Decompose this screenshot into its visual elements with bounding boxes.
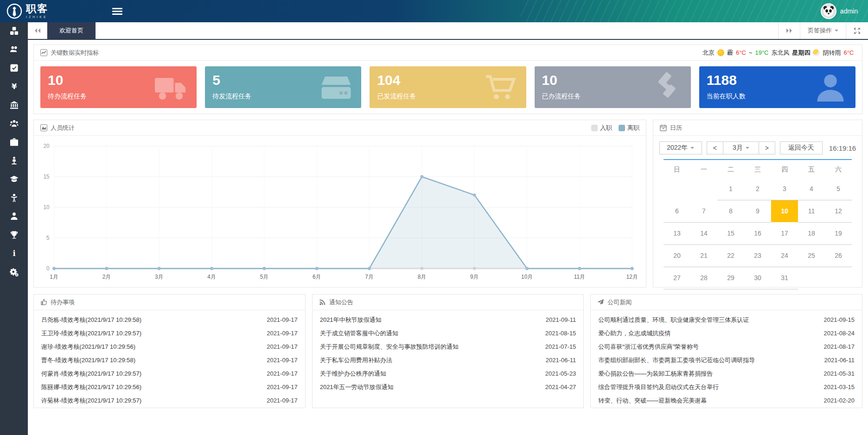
legend-item-离职[interactable]: 离职	[619, 124, 639, 132]
calendar-today-button[interactable]: 返回今天	[780, 141, 823, 154]
kpi-card-2[interactable]: 104已发流程任务	[370, 66, 526, 108]
calendar-day-29[interactable]: 29	[717, 267, 744, 289]
calendar-day-17[interactable]: 17	[771, 222, 798, 244]
calendar-prev-month-button[interactable]: <	[707, 142, 723, 154]
list-item-title[interactable]: 转变、行动、突破——迎新晚会完美谢幕	[598, 397, 712, 405]
list-item[interactable]: 关于成立销管客服中心的通知2021-08-15	[320, 326, 576, 340]
calendar-day-1[interactable]: 1	[717, 178, 744, 200]
calendar-year-select[interactable]: 2022年	[659, 141, 702, 154]
list-item-title[interactable]: 公司顺利通过质量、环境、职业健康安全管理三体系认证	[598, 316, 754, 324]
sidebar-item-yen-icon[interactable]: ¥	[0, 78, 28, 96]
list-item-title[interactable]: 王卫玲-绩效考核(2021/9/17 10:29:57)	[41, 329, 147, 338]
calendar-day-5[interactable]: 5	[825, 178, 852, 200]
calendar-day-13[interactable]: 13	[664, 222, 690, 244]
tab-home[interactable]: 欢迎首页	[47, 22, 96, 39]
sidebar-item-users-icon[interactable]	[0, 41, 28, 59]
calendar-day-20[interactable]: 20	[664, 244, 690, 267]
tab-operations-dropdown[interactable]: 页签操作	[800, 22, 846, 39]
tabs-scroll-left-button[interactable]	[28, 22, 47, 39]
list-item-title[interactable]: 爱心捐款公告——为装卸工杨家青募捐报告	[598, 370, 718, 378]
calendar-day-9[interactable]: 9	[744, 200, 771, 222]
sidebar-item-team-icon[interactable]	[0, 115, 28, 134]
list-item-title[interactable]: 关于私车公用费用补贴办法	[320, 356, 398, 365]
calendar-day-15[interactable]: 15	[717, 222, 744, 244]
list-item-title[interactable]: 吕尧栋-绩效考核(2021/9/17 10:29:58)	[41, 316, 147, 324]
calendar-day-8[interactable]: 8	[717, 200, 744, 222]
list-item[interactable]: 市委组织部副部长、市委两新工委项书记莅临公司调研指导2021-06-11	[598, 353, 855, 367]
calendar-day-22[interactable]: 22	[717, 244, 744, 267]
calendar-month-select[interactable]: 3月	[723, 142, 759, 154]
list-item[interactable]: 2021年中秋节放假通知2021-09-11	[320, 313, 576, 326]
list-item[interactable]: 2021年五一劳动节放假通知2021-04-27	[320, 380, 576, 394]
sidebar-item-graduation-cap-icon[interactable]	[0, 171, 28, 189]
list-item-title[interactable]: 许菊林-绩效考核(2021/9/17 10:29:57)	[41, 397, 147, 405]
calendar-day-26[interactable]: 26	[825, 244, 852, 267]
list-item-title[interactable]: 2021年五一劳动节放假通知	[320, 383, 399, 391]
sidebar-item-single-user-icon[interactable]	[0, 208, 28, 226]
sidebar-item-bank-icon[interactable]	[0, 96, 28, 115]
list-item-title[interactable]: 谢珍-绩效考核(2021/9/17 10:29:56)	[41, 343, 141, 351]
list-item-title[interactable]: 陈丽娜-绩效考核(2021/9/17 10:29:56)	[41, 383, 147, 391]
calendar-day-10[interactable]: 10	[771, 200, 798, 222]
user-avatar[interactable]	[821, 3, 836, 19]
calendar-day-28[interactable]: 28	[690, 267, 717, 289]
list-item-title[interactable]: 公司喜获“浙江省优秀供应商”荣誉称号	[598, 343, 704, 351]
calendar-day-27[interactable]: 27	[664, 267, 690, 289]
list-item-title[interactable]: 关于维护办公秩序的通知	[320, 370, 392, 378]
list-item[interactable]: 吕尧栋-绩效考核(2021/9/17 10:29:58)2021-09-17	[41, 313, 298, 326]
hamburger-menu-icon[interactable]	[112, 6, 122, 16]
calendar-day-25[interactable]: 25	[798, 244, 825, 267]
calendar-day-3[interactable]: 3	[771, 178, 798, 200]
list-item-title[interactable]: 关于开展公司规章制度、安全与事故预防培训的通知	[320, 343, 464, 351]
list-item[interactable]: 王卫玲-绩效考核(2021/9/17 10:29:57)2021-09-17	[41, 326, 298, 340]
calendar-day-4[interactable]: 4	[798, 178, 825, 200]
calendar-day-24[interactable]: 24	[771, 244, 798, 267]
list-item[interactable]: 公司喜获“浙江省优秀供应商”荣誉称号2021-08-17	[598, 340, 855, 353]
legend-item-入职[interactable]: 入职	[591, 124, 612, 132]
list-item[interactable]: 关于开展公司规章制度、安全与事故预防培训的通知2021-07-15	[320, 340, 576, 353]
calendar-day-16[interactable]: 16	[744, 222, 771, 244]
calendar-day-31[interactable]: 31	[771, 267, 798, 289]
calendar-day-6[interactable]: 6	[664, 200, 690, 222]
calendar-day-12[interactable]: 12	[825, 200, 852, 222]
sidebar-item-info-icon[interactable]: i	[0, 245, 28, 263]
sidebar-item-check-square-icon[interactable]	[0, 59, 28, 78]
sidebar-item-person-icon[interactable]	[0, 189, 28, 208]
list-item[interactable]: 公司顺利通过质量、环境、职业健康安全管理三体系认证2021-09-15	[598, 313, 855, 326]
list-item[interactable]: 陈丽娜-绩效考核(2021/9/17 10:29:56)2021-09-17	[41, 380, 298, 394]
sidebar-item-trophy-icon[interactable]	[0, 226, 28, 245]
sidebar-item-speaker-icon[interactable]	[0, 152, 28, 171]
calendar-day-2[interactable]: 2	[744, 178, 771, 200]
calendar-day-11[interactable]: 11	[798, 200, 825, 222]
username-label[interactable]: admin	[840, 7, 858, 15]
calendar-day-14[interactable]: 14	[690, 222, 717, 244]
calendar-day-18[interactable]: 18	[798, 222, 825, 244]
list-item-title[interactable]: 市委组织部副部长、市委两新工委项书记莅临公司调研指导	[598, 356, 760, 365]
kpi-card-3[interactable]: 10已办流程任务	[535, 66, 691, 108]
list-item[interactable]: 综合管理提升项目签约及启动仪式在天台举行2021-03-15	[598, 380, 855, 394]
calendar-day-7[interactable]: 7	[690, 200, 717, 222]
list-item[interactable]: 爱心助力，众志成城抗疫情2021-08-24	[598, 326, 855, 340]
kpi-card-0[interactable]: 10待办流程任务	[40, 66, 197, 108]
list-item[interactable]: 曹冬-绩效考核(2021/9/17 10:29:58)2021-09-17	[41, 353, 298, 367]
sidebar-item-gears-icon[interactable]	[0, 263, 28, 282]
sidebar-item-cubes-icon[interactable]	[0, 22, 28, 41]
list-item-title[interactable]: 爱心助力，众志成城抗疫情	[598, 329, 676, 338]
list-item[interactable]: 谢珍-绩效考核(2021/9/17 10:29:56)2021-09-17	[41, 340, 298, 353]
app-logo[interactable]: 职客 IZHIKE	[0, 3, 93, 19]
calendar-day-30[interactable]: 30	[744, 267, 771, 289]
calendar-day-21[interactable]: 21	[690, 244, 717, 267]
list-item[interactable]: 转变、行动、突破——迎新晚会完美谢幕2021-02-20	[598, 394, 855, 407]
list-item-title[interactable]: 2021年中秋节放假通知	[320, 316, 387, 324]
list-item-title[interactable]: 关于成立销管客服中心的通知	[320, 329, 404, 338]
list-item-title[interactable]: 综合管理提升项目签约及启动仪式在天台举行	[598, 383, 724, 391]
list-item-title[interactable]: 何蒙肖-绩效考核(2021/9/17 10:29:57)	[41, 370, 147, 378]
list-item[interactable]: 爱心捐款公告——为装卸工杨家青募捐报告2021-05-31	[598, 367, 855, 380]
list-item[interactable]: 关于私车公用费用补贴办法2021-06-11	[320, 353, 576, 367]
list-item[interactable]: 何蒙肖-绩效考核(2021/9/17 10:29:57)2021-09-17	[41, 367, 298, 380]
kpi-card-1[interactable]: 5待发流程任务	[205, 66, 361, 108]
list-item[interactable]: 关于维护办公秩序的通知2021-05-23	[320, 367, 576, 380]
calendar-next-month-button[interactable]: >	[759, 142, 775, 154]
fullscreen-button[interactable]	[846, 22, 868, 39]
calendar-day-23[interactable]: 23	[744, 244, 771, 267]
